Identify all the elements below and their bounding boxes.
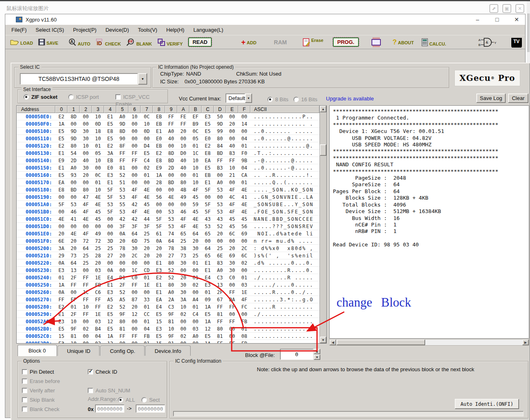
hex-byte[interactable]: 4F [177, 216, 189, 222]
hex-byte[interactable]: 4E [141, 187, 153, 193]
hex-byte[interactable]: 20 [92, 260, 104, 266]
hex-byte[interactable]: 20 [177, 128, 189, 134]
hex-byte[interactable]: E5 [55, 136, 67, 141]
hex-byte[interactable]: 3A [104, 150, 116, 156]
hex-byte[interactable]: E8 [202, 150, 214, 156]
hex-byte[interactable]: 00 [177, 268, 189, 273]
hex-byte[interactable]: 01 [55, 275, 67, 281]
hex-row-00005100[interactable]: 00005100:E59D3018E88D000DE1A0200CE599000… [17, 128, 319, 135]
hex-row-00005120[interactable]: 00005120:E2801001E28F00D4EB001001E284400… [17, 142, 319, 150]
hex-byte[interactable]: 01 [189, 275, 202, 281]
hex-row-000051D0[interactable]: 000051D0:00000000003F3F3F5F534F4E5352455… [17, 223, 319, 230]
hex-byte[interactable]: 43 [214, 216, 226, 222]
hex-byte[interactable]: 81 [116, 165, 128, 171]
hex-byte[interactable]: 30 [128, 246, 141, 251]
hex-byte[interactable]: 20 [189, 238, 202, 244]
hex-byte[interactable]: 2F [214, 289, 226, 295]
hex-byte[interactable]: 46 [67, 209, 80, 215]
hex-byte[interactable]: E5 [202, 311, 214, 317]
hex-row-00005180[interactable]: 00005180:E8BD80105F534F4E00004B4F5F534F4… [17, 186, 319, 194]
hex-byte[interactable]: E8 [153, 158, 165, 163]
hex-byte[interactable]: C4 [141, 158, 153, 163]
hex-viewer[interactable]: Address0123456789ABCDEFASCII 000050E0:E2… [16, 105, 327, 344]
hex-byte[interactable]: E2 [104, 304, 116, 310]
hex-col-F[interactable]: F [238, 106, 250, 113]
hex-byte[interactable]: 00 [238, 268, 250, 273]
hex-byte[interactable]: 00 [80, 180, 92, 185]
hex-byte[interactable]: E2 [153, 150, 165, 156]
chip-button[interactable] [371, 37, 382, 47]
hex-byte[interactable]: 04 [238, 165, 250, 171]
hex-byte[interactable]: 67 [214, 297, 226, 302]
hex-byte[interactable]: 49 [177, 194, 189, 200]
hex-byte[interactable]: 4E [141, 194, 153, 200]
menu-item-tools-v[interactable]: Tools(V) [134, 26, 161, 34]
hex-byte[interactable]: E8 [104, 128, 116, 134]
hex-byte[interactable]: 78 [116, 246, 128, 251]
hex-byte[interactable]: 00 [226, 311, 238, 317]
hex-byte[interactable]: 64 [165, 238, 177, 244]
menu-item-file-f[interactable]: File(F) [8, 26, 30, 34]
hex-byte[interactable]: 02 [80, 326, 92, 332]
hex-byte[interactable]: 6C [226, 231, 238, 237]
hex-byte[interactable]: 30 [80, 136, 92, 141]
hex-byte[interactable]: E1 [202, 260, 214, 266]
hex-byte[interactable]: 3F [141, 224, 153, 229]
hex-byte[interactable]: 9D [116, 121, 128, 127]
hex-byte[interactable]: 8D [165, 150, 177, 156]
fit-screen-icon[interactable]: ▣ [502, 4, 511, 13]
hex-byte[interactable]: 10 [92, 187, 104, 193]
hex-byte[interactable]: 27 [165, 253, 177, 259]
hex-byte[interactable]: 01 [67, 304, 80, 310]
hex-byte[interactable]: E3 [55, 319, 67, 324]
hex-byte[interactable]: 00 [238, 311, 250, 317]
hex-byte[interactable]: 0A [153, 238, 165, 244]
hex-byte[interactable]: 01 [141, 319, 153, 324]
hex-byte[interactable]: 64 [128, 231, 141, 237]
hex-byte[interactable]: FF [226, 341, 238, 344]
hex-byte[interactable]: 03 [189, 326, 202, 332]
hex-byte[interactable]: BD [214, 150, 226, 156]
hex-byte[interactable]: 00 [189, 319, 202, 324]
hex-byte[interactable]: 0C [141, 114, 153, 120]
hex-byte[interactable]: 3D [104, 238, 116, 244]
hex-byte[interactable]: FF [177, 121, 189, 127]
tv-button[interactable]: TV [511, 38, 522, 47]
hex-byte[interactable]: 00 [165, 172, 177, 178]
hex-byte[interactable]: 6C [238, 253, 250, 259]
hex-byte[interactable]: 12 [202, 326, 214, 332]
hex-byte[interactable]: FF [128, 150, 141, 156]
hex-byte[interactable]: 53 [202, 224, 214, 229]
hex-row-000052D0[interactable]: 000052D0:E310000212800001158100001AFFFFF… [17, 340, 319, 344]
hex-byte[interactable]: 10 [80, 143, 92, 149]
hex-row-00005160[interactable]: 00005160:E593200CE35200011A000001EB0021C… [17, 172, 319, 179]
hex-byte[interactable]: 80 [177, 180, 189, 185]
hex-byte[interactable]: FF [92, 304, 104, 310]
hex-byte[interactable]: 75 [141, 238, 153, 244]
hex-byte[interactable]: 01 [189, 172, 202, 178]
hex-byte[interactable]: 10 [189, 180, 202, 185]
hex-byte[interactable]: 00 [128, 165, 141, 171]
hex-byte[interactable]: 00 [226, 180, 238, 185]
hex-byte[interactable]: E3 [55, 341, 67, 344]
hex-byte[interactable]: 4E [141, 209, 153, 215]
hex-byte[interactable]: E0 [202, 136, 214, 141]
hex-byte[interactable]: 4E [92, 194, 104, 200]
hex-byte[interactable]: E1 [55, 150, 67, 156]
hex-byte[interactable]: E3 [202, 114, 214, 120]
hex-byte[interactable]: 00 [202, 194, 214, 200]
read-button[interactable]: READ [188, 37, 212, 47]
hex-byte[interactable]: 81 [67, 333, 80, 339]
hex-byte[interactable]: 00 [67, 180, 80, 185]
hex-byte[interactable]: 99 [214, 128, 226, 134]
hex-row-00005210[interactable]: 00005210:2973252827202C2020277325656E696… [17, 252, 319, 259]
hex-byte[interactable]: 28 [153, 180, 165, 185]
hex-byte[interactable]: 65 [202, 231, 214, 237]
hex-byte[interactable]: 00 [226, 282, 238, 288]
hex-byte[interactable]: 25 [92, 246, 104, 251]
hex-byte[interactable]: 3A [55, 246, 67, 251]
hex-byte[interactable]: 12 [104, 341, 116, 344]
hex-byte[interactable]: FF [214, 158, 226, 163]
hex-byte[interactable]: 01 [141, 304, 153, 310]
hex-col-6[interactable]: 6 [128, 106, 141, 113]
